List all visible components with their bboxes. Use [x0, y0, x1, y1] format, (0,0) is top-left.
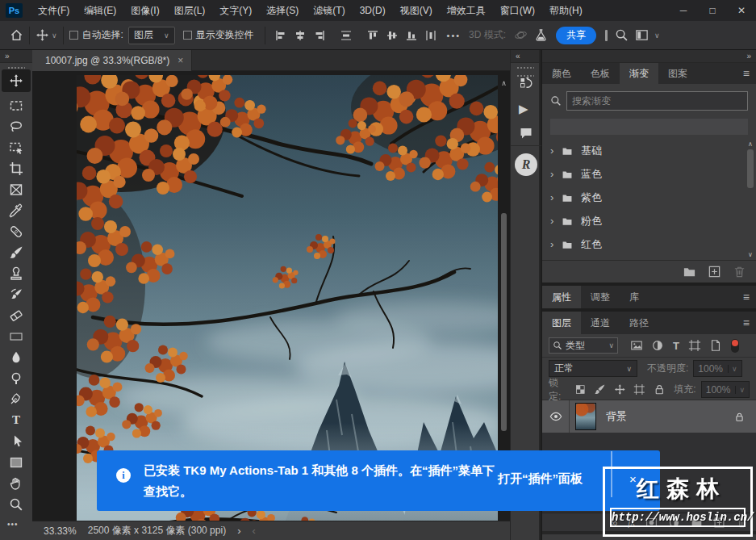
tab-properties[interactable]: 属性	[542, 286, 581, 308]
lock-transparency-icon[interactable]	[574, 383, 587, 396]
new-gradient-icon[interactable]	[708, 265, 721, 278]
distribute-vertical-icon[interactable]	[340, 30, 352, 41]
close-button[interactable]: ✕	[727, 0, 756, 21]
align-bottom-icon[interactable]	[406, 30, 417, 41]
gradient-folder-purples[interactable]: › 紫色	[542, 186, 756, 209]
layer-row-background[interactable]: 背景	[542, 400, 756, 433]
scroll-up-icon[interactable]: ∧	[499, 79, 508, 87]
align-left-icon[interactable]	[275, 30, 286, 41]
spot-healing-brush-tool-icon[interactable]	[9, 224, 23, 239]
search-icon[interactable]	[615, 28, 629, 42]
tab-gradients[interactable]: 渐变	[620, 63, 658, 84]
menu-window[interactable]: 窗口(W)	[493, 0, 542, 21]
clone-stamp-tool-icon[interactable]	[9, 266, 23, 281]
blend-mode-dropdown[interactable]: 正常 ∨	[549, 360, 637, 377]
menu-type[interactable]: 文字(Y)	[212, 0, 259, 21]
maximize-button[interactable]: □	[698, 0, 727, 21]
gradient-search-box[interactable]	[566, 91, 748, 111]
status-prev-icon[interactable]: ‹	[252, 525, 255, 537]
align-top-icon[interactable]	[367, 30, 378, 41]
filter-adjustment-layers-icon[interactable]	[651, 339, 664, 352]
path-selection-tool-icon[interactable]	[9, 434, 23, 449]
history-panel-icon[interactable]	[519, 76, 533, 90]
eye-icon[interactable]	[549, 410, 562, 423]
menu-edit[interactable]: 编辑(E)	[77, 0, 123, 21]
gradient-folder-basics[interactable]: › 基础	[542, 139, 756, 162]
plugin-r-badge-icon[interactable]: R	[515, 153, 537, 176]
chevron-right-icon[interactable]: ›	[550, 191, 562, 203]
panel-menu-icon[interactable]: ≡	[743, 63, 750, 84]
dock-grip[interactable]	[516, 66, 534, 69]
history-brush-tool-icon[interactable]	[9, 287, 23, 302]
distribute-horizontal-icon[interactable]	[425, 30, 436, 41]
menu-help[interactable]: 帮助(H)	[542, 0, 590, 21]
menu-view[interactable]: 视图(V)	[393, 0, 440, 21]
scrollbar-thumb[interactable]	[747, 149, 754, 188]
chevron-right-icon[interactable]: ›	[550, 215, 562, 227]
dock-collapse-icon[interactable]: «	[511, 50, 539, 63]
rectangular-marquee-tool-icon[interactable]	[9, 98, 23, 113]
rectangle-tool-icon[interactable]	[9, 455, 23, 470]
tab-patterns[interactable]: 图案	[658, 63, 697, 84]
toolbar-collapse-icon[interactable]: »	[0, 50, 32, 63]
auto-select-target-dropdown[interactable]: 图层 ∨	[128, 27, 175, 44]
show-transform-checkbox[interactable]	[183, 31, 192, 40]
opacity-field[interactable]: 100% ∨	[693, 360, 741, 377]
chevron-right-icon[interactable]: ›	[550, 144, 562, 157]
scroll-down-icon[interactable]: ∨	[746, 251, 754, 258]
status-next-icon[interactable]: ›	[237, 525, 240, 537]
chevron-right-icon[interactable]: ›	[550, 168, 562, 180]
lock-position-icon[interactable]	[614, 383, 626, 396]
menu-plugins[interactable]: 增效工具	[440, 0, 493, 21]
align-center-vertical-icon[interactable]	[386, 30, 398, 41]
minimize-button[interactable]: ─	[669, 0, 698, 21]
close-tab-icon[interactable]: ×	[178, 55, 183, 66]
gradient-search-input[interactable]	[572, 95, 742, 107]
eyedropper-tool-icon[interactable]	[9, 203, 23, 218]
move-tool-preset-icon[interactable]	[36, 28, 49, 42]
lasso-tool-icon[interactable]	[9, 119, 23, 134]
layer-filter-toggle[interactable]	[731, 339, 739, 353]
layer-lock-icon[interactable]	[734, 412, 745, 422]
eraser-tool-icon[interactable]	[9, 308, 23, 323]
flask-icon[interactable]	[534, 28, 548, 42]
document-tab[interactable]: 10007.jpg @ 33.3%(RGB/8*) ×	[32, 50, 192, 71]
hand-tool-icon[interactable]	[9, 476, 23, 491]
gradient-folder-reds[interactable]: › 红色	[542, 232, 756, 256]
filter-shape-layers-icon[interactable]	[688, 339, 701, 352]
align-center-horizontal-icon[interactable]	[294, 30, 306, 41]
panel-menu-icon[interactable]: ≡	[743, 286, 750, 308]
actions-panel-icon[interactable]: ▶	[519, 102, 528, 116]
visibility-cell[interactable]	[542, 400, 570, 433]
lock-pixels-icon[interactable]	[594, 383, 606, 396]
home-icon[interactable]	[10, 28, 23, 42]
tab-color[interactable]: 颜色	[542, 63, 581, 84]
tab-layers[interactable]: 图层	[542, 312, 581, 334]
notes-panel-icon[interactable]	[519, 126, 533, 140]
lock-all-icon[interactable]	[654, 383, 666, 396]
layer-name[interactable]: 背景	[606, 409, 734, 424]
menu-select[interactable]: 选择(S)	[259, 0, 306, 21]
tab-libraries[interactable]: 库	[620, 286, 649, 308]
type-tool-icon[interactable]: T	[9, 413, 23, 428]
menu-3d[interactable]: 3D(D)	[353, 0, 393, 21]
filter-image-layers-icon[interactable]	[630, 339, 643, 352]
gradient-tool-icon[interactable]	[9, 329, 23, 344]
trash-icon[interactable]	[733, 265, 746, 278]
lock-artboard-icon[interactable]	[633, 383, 645, 396]
zoom-level[interactable]: 33.33%	[44, 525, 77, 537]
zoom-tool-icon[interactable]	[9, 497, 23, 512]
share-button[interactable]: 共享	[556, 27, 596, 44]
blur-tool-icon[interactable]	[9, 350, 23, 365]
chevron-down-icon[interactable]: ∨	[52, 31, 57, 40]
layer-filter-type-dropdown[interactable]: 类型 ∨	[549, 337, 618, 354]
menu-filter[interactable]: 滤镜(T)	[306, 0, 352, 21]
tab-paths[interactable]: 路径	[620, 312, 658, 334]
gradient-list-scrollbar[interactable]: ∧ ∨	[746, 139, 754, 258]
align-right-icon[interactable]	[314, 30, 325, 41]
panel-menu-icon[interactable]: ≡	[743, 312, 750, 334]
crop-tool-icon[interactable]	[9, 161, 23, 176]
menu-image[interactable]: 图像(I)	[123, 0, 166, 21]
panel-expand-icon[interactable]: »	[542, 50, 756, 63]
gradient-folder-pinks[interactable]: › 粉色	[542, 209, 756, 232]
